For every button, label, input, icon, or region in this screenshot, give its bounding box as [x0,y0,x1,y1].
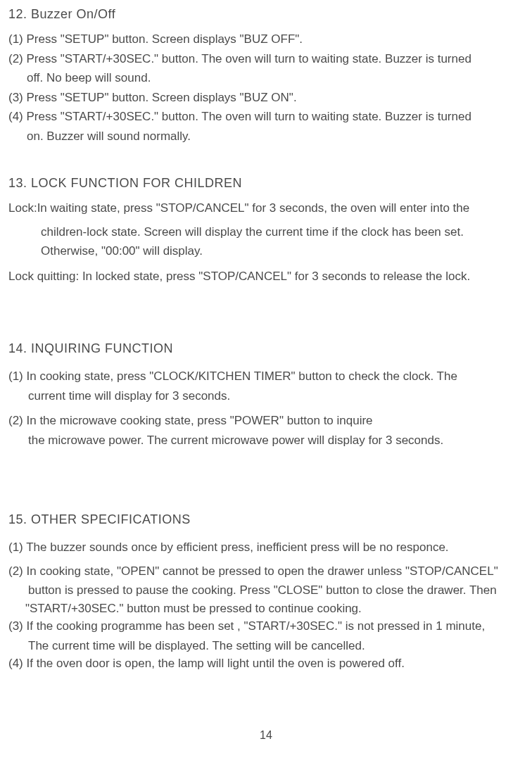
section-15-other: 15. OTHER SPECIFICATIONS (1) The buzzer … [8,512,519,673]
section-13-lock-line1: Lock: In waiting state, press "STOP/CANC… [8,199,519,217]
section-12-item-4b: on. Buzzer will sound normally. [8,127,519,146]
section-13-quit: Lock quitting: In locked state, press "S… [8,267,519,286]
section-14-item-2a: (2) In the microwave cooking state, pres… [8,412,519,430]
section-12-item-3: (3) Press "SETUP" button. Screen display… [8,89,519,107]
page-number: 14 [0,729,532,742]
lock-text1: In waiting state, press "STOP/CANCEL" fo… [37,199,470,217]
section-14-item-1b: current time will display for 3 seconds. [8,387,519,405]
section-12-item-4a: (4) Press "START/+30SEC." button. The ov… [8,108,519,126]
section-14-heading: 14. INQUIRING FUNCTION [8,341,519,356]
section-15-item-2a: (2) In cooking state, "OPEN" cannot be p… [8,562,519,581]
section-15-item-1: (1) The buzzer sounds once by efficient … [8,538,519,557]
section-13-heading: 13. LOCK FUNCTION FOR CHILDREN [8,176,519,191]
section-15-item-3b: The current time will be displayed. The … [8,637,519,655]
section-13-lock: 13. LOCK FUNCTION FOR CHILDREN Lock: In … [8,176,519,285]
lock-label: Lock: [8,199,37,217]
section-14-inquiring: 14. INQUIRING FUNCTION (1) In cooking st… [8,341,519,449]
section-12-item-2b: off. No beep will sound. [8,69,519,87]
section-13-lock-line3: Otherwise, "00:00" will display. [8,242,519,260]
section-15-item-3a: (3) If the cooking programme has been se… [8,617,519,636]
section-15-item-2b: button is pressed to pause the cooking. … [8,581,519,600]
section-15-item-4: (4) If the oven door is open, the lamp w… [8,655,519,673]
section-12-item-2a: (2) Press "START/+30SEC." button. The ov… [8,50,519,68]
section-15-heading: 15. OTHER SPECIFICATIONS [8,512,519,527]
section-12-buzzer: 12. Buzzer On/Off (1) Press "SETUP" butt… [8,7,519,145]
section-14-item-1a: (1) In cooking state, press "CLOCK/KITCH… [8,367,519,386]
section-12-item-1: (1) Press "SETUP" button. Screen display… [8,30,519,49]
section-13-lock-line2: children-lock state. Screen will display… [8,223,519,241]
section-14-item-2b: the microwave power. The current microwa… [8,431,519,450]
section-12-heading: 12. Buzzer On/Off [8,7,519,22]
section-15-item-2c: "START/+30SEC." button must be pressed t… [8,600,519,618]
